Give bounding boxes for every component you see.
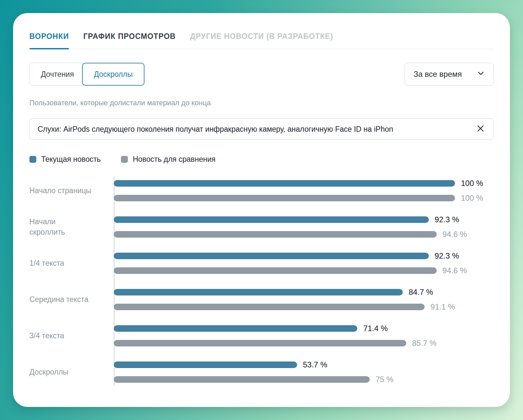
legend-item-compare: Новость для сравнения: [121, 155, 215, 164]
article-filter-value: Слухи: AirPods следующего поколения полу…: [38, 125, 470, 134]
chart-category-label: Начали скроллить: [29, 217, 114, 237]
chart-row: Доскроллы53.7 %75 %: [29, 361, 494, 383]
bar-value-label: 94.6 %: [443, 266, 467, 275]
tab-funnels[interactable]: ВОРОНКИ: [29, 32, 69, 49]
bar-value-label: 71.4 %: [363, 324, 388, 333]
chart-axis-line: [114, 177, 114, 386]
clear-filter-button[interactable]: [476, 124, 485, 134]
chart-bar-group: 84.7 %91.1 %: [114, 289, 494, 310]
chart-row: 3/4 текста71.4 %85.7 %: [29, 325, 494, 346]
close-icon: [476, 124, 485, 134]
compare-news-swatch: [121, 156, 128, 163]
chart-bar-group: 53.7 %75 %: [114, 361, 494, 383]
tab-other-news: ДРУГИЕ НОВОСТИ (В РАЗРАБОТКЕ): [190, 32, 333, 49]
bar-value-label: 53.7 %: [303, 360, 328, 369]
toggle-scroll-depth-button[interactable]: Доскроллы: [82, 63, 144, 86]
current-news-bar: [114, 253, 429, 259]
chart-category-label: Начало страницы: [29, 186, 114, 196]
analytics-card: ВОРОНКИ ГРАФИК ПРОСМОТРОВ ДРУГИЕ НОВОСТИ…: [13, 13, 510, 407]
compare-news-bar: [114, 340, 406, 346]
current-news-bar: [114, 216, 429, 223]
chart-bar-group: 71.4 %85.7 %: [114, 325, 494, 346]
chart-row: Середина текста84.7 %91.1 %: [29, 289, 494, 310]
chart-row: Начали скроллить92.3 %94.6 %: [29, 216, 494, 238]
current-news-bar: [114, 361, 297, 368]
current-news-bar: [114, 180, 455, 187]
funnel-description: Пользователи, которые долистали материал…: [29, 99, 494, 107]
compare-news-bar: [114, 267, 437, 274]
bar-value-label: 92.3 %: [435, 251, 459, 260]
compare-news-bar: [114, 376, 370, 383]
legend-label: Текущая новость: [41, 155, 101, 164]
chart-bar-group: 92.3 %94.6 %: [114, 253, 494, 274]
compare-news-bar: [114, 195, 455, 201]
tab-bar: ВОРОНКИ ГРАФИК ПРОСМОТРОВ ДРУГИЕ НОВОСТИ…: [29, 32, 494, 49]
toggle-read-through-button[interactable]: Дочтения: [29, 63, 85, 86]
chart-row: Начало страницы100 %100 %: [29, 180, 494, 201]
funnel-chart: Начало страницы100 %100 %Начали скроллит…: [29, 180, 494, 383]
chart-category-label: 3/4 текста: [29, 331, 114, 341]
article-filter-field[interactable]: Слухи: AirPods следующего поколения полу…: [29, 118, 494, 140]
compare-news-bar: [114, 304, 425, 310]
chart-row: 1/4 текста92.3 %94.6 %: [29, 253, 494, 274]
legend-item-current: Текущая новость: [29, 155, 101, 164]
bar-value-label: 75 %: [376, 375, 394, 384]
compare-news-bar: [114, 231, 437, 238]
chart-bar-group: 100 %100 %: [114, 180, 494, 201]
chart-category-label: Середина текста: [29, 294, 114, 305]
bar-value-label: 100 %: [461, 193, 483, 203]
chart-bar-group: 92.3 %94.6 %: [114, 216, 494, 238]
bar-value-label: 100 %: [461, 179, 483, 188]
tab-views-graph[interactable]: ГРАФИК ПРОСМОТРОВ: [83, 32, 176, 49]
chart-legend: Текущая новость Новость для сравнения: [29, 155, 494, 164]
legend-label: Новость для сравнения: [133, 155, 215, 164]
current-news-swatch: [29, 156, 36, 163]
bar-value-label: 92.3 %: [435, 215, 459, 224]
period-dropdown-value: За все время: [413, 70, 462, 79]
bar-value-label: 91.1 %: [430, 302, 455, 311]
chart-category-label: 1/4 текста: [29, 258, 114, 268]
chevron-down-icon: [477, 69, 485, 79]
chart-rows: Начало страницы100 %100 %Начали скроллит…: [29, 180, 494, 383]
current-news-bar: [114, 289, 403, 295]
bar-value-label: 84.7 %: [409, 288, 433, 297]
bar-value-label: 85.7 %: [412, 339, 437, 348]
current-news-bar: [114, 325, 357, 332]
controls-row: Дочтения Доскроллы За все время: [29, 63, 494, 86]
chart-category-label: Доскроллы: [29, 367, 114, 377]
metric-toggle: Дочтения Доскроллы: [29, 63, 144, 86]
period-dropdown[interactable]: За все время: [405, 63, 494, 86]
bar-value-label: 94.6 %: [443, 230, 467, 239]
